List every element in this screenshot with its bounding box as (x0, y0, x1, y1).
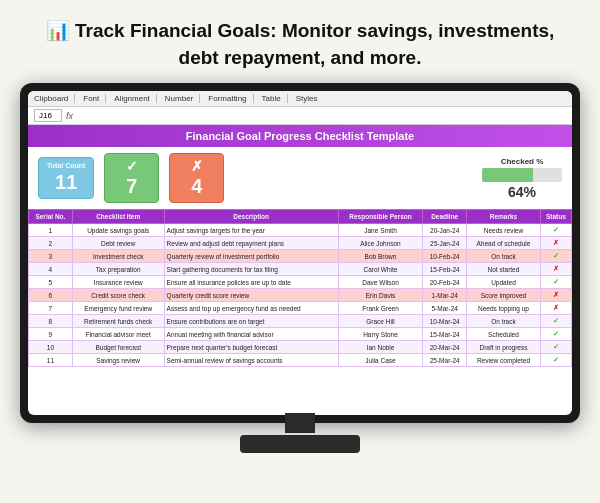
toolbar-number: Number (165, 94, 200, 103)
cell-person: Harry Stone (338, 328, 423, 341)
cell-reference[interactable]: J16 (34, 109, 62, 122)
cell-item: Financial advisor meet (72, 328, 164, 341)
check-icon: ✓ (126, 158, 138, 174)
unchecked-box: ✗ 4 (169, 153, 224, 203)
cell-person: Ian Noble (338, 341, 423, 354)
cell-status: ✗ (540, 263, 571, 276)
table-row: 11 Savings review Semi-annual review of … (29, 354, 572, 367)
formula-bar: J16 fx (28, 107, 572, 125)
spreadsheet-content: Financial Goal Progress Checklist Templa… (28, 125, 572, 415)
table-row: 3 Investment check Quarterly review of i… (29, 250, 572, 263)
cell-status: ✓ (540, 354, 571, 367)
cell-person: Jane Smith (338, 224, 423, 237)
monitor-stand-neck (285, 413, 315, 433)
cell-remarks: Needs topping up (467, 302, 541, 315)
monitor-body: Clipboard Font Alignment Number Formatti… (20, 83, 580, 423)
cell-status: ✓ (540, 341, 571, 354)
pct-value: 64% (508, 184, 536, 200)
cell-item: Update savings goals (72, 224, 164, 237)
toolbar-styles: Styles (296, 94, 324, 103)
cell-item: Emergency fund review (72, 302, 164, 315)
cell-deadline: 10-Mar-24 (423, 315, 467, 328)
table-header: Serial No. Checklist Item Description Re… (29, 210, 572, 224)
x-icon: ✗ (191, 158, 203, 174)
cell-item: Insurance review (72, 276, 164, 289)
table-row: 7 Emergency fund review Assess and top u… (29, 302, 572, 315)
cell-person: Grace Hill (338, 315, 423, 328)
cell-deadline: 10-Feb-24 (423, 250, 467, 263)
cell-status: ✓ (540, 224, 571, 237)
table-row: 5 Insurance review Ensure all insurance … (29, 276, 572, 289)
header-section: 📊 Track Financial Goals: Monitor savings… (0, 0, 600, 83)
table-row: 10 Budget forecast Prepare next quarter'… (29, 341, 572, 354)
table-row: 6 Credit score check Quarterly credit sc… (29, 289, 572, 302)
cell-desc: Annual meeting with financial advisor (164, 328, 338, 341)
table-row: 4 Tax preparation Start gathering docume… (29, 263, 572, 276)
cell-person: Carol White (338, 263, 423, 276)
cell-deadline: 20-Feb-24 (423, 276, 467, 289)
cell-serial: 5 (29, 276, 73, 289)
cell-status: ✗ (540, 237, 571, 250)
cell-serial: 2 (29, 237, 73, 250)
stats-row: Total Count 11 ✓ 7 ✗ 4 Checked % (28, 147, 572, 209)
sheet-title: Financial Goal Progress Checklist Templa… (28, 125, 572, 147)
cell-desc: Start gathering documents for tax filing (164, 263, 338, 276)
cell-serial: 11 (29, 354, 73, 367)
cell-status: ✓ (540, 250, 571, 263)
cell-desc: Semi-annual review of savings accounts (164, 354, 338, 367)
cell-person: Dave Wilson (338, 276, 423, 289)
cell-deadline: 25-Jan-24 (423, 237, 467, 250)
cell-desc: Adjust savings targets for the year (164, 224, 338, 237)
toolbar-formatting: Formatting (208, 94, 253, 103)
cell-item: Budget forecast (72, 341, 164, 354)
cell-deadline: 25-Mar-24 (423, 354, 467, 367)
toolbar-clipboard: Clipboard (34, 94, 75, 103)
cell-person: Bob Brown (338, 250, 423, 263)
cell-serial: 4 (29, 263, 73, 276)
checked-value: 7 (126, 175, 137, 198)
cell-deadline: 1-Mar-24 (423, 289, 467, 302)
total-count-box: Total Count 11 (38, 157, 94, 199)
col-serial: Serial No. (29, 210, 73, 224)
cell-desc: Assess and top up emergency fund as need… (164, 302, 338, 315)
pct-bar-wrap (482, 168, 562, 182)
cell-status: ✓ (540, 328, 571, 341)
cell-desc: Quarterly review of investment portfolio (164, 250, 338, 263)
cell-desc: Prepare next quarter's budget forecast (164, 341, 338, 354)
col-remarks: Remarks (467, 210, 541, 224)
table-row: 9 Financial advisor meet Annual meeting … (29, 328, 572, 341)
excel-toolbar: Clipboard Font Alignment Number Formatti… (28, 91, 572, 107)
cell-remarks: Ahead of schedule (467, 237, 541, 250)
col-person: Responsible Person (338, 210, 423, 224)
cell-remarks: On track (467, 315, 541, 328)
col-deadline: Deadline (423, 210, 467, 224)
pct-label: Checked % (501, 157, 544, 166)
cell-deadline: 5-Mar-24 (423, 302, 467, 315)
cell-deadline: 15-Mar-24 (423, 328, 467, 341)
cell-item: Tax preparation (72, 263, 164, 276)
table-row: 1 Update savings goals Adjust savings ta… (29, 224, 572, 237)
checked-pct-box: Checked % 64% (482, 157, 562, 200)
cell-desc: Review and adjust debt repayment plans (164, 237, 338, 250)
col-status: Status (540, 210, 571, 224)
cell-desc: Ensure all insurance policies are up to … (164, 276, 338, 289)
header-text: Track Financial Goals: Monitor savings, … (75, 20, 554, 68)
cell-status: ✗ (540, 289, 571, 302)
header-row: Serial No. Checklist Item Description Re… (29, 210, 572, 224)
cell-remarks: Updated (467, 276, 541, 289)
cell-serial: 3 (29, 250, 73, 263)
cell-item: Investment check (72, 250, 164, 263)
cell-item: Savings review (72, 354, 164, 367)
cell-status: ✓ (540, 276, 571, 289)
fx-label: fx (66, 111, 73, 121)
cell-person: Alice Johnson (338, 237, 423, 250)
data-table: Serial No. Checklist Item Description Re… (28, 209, 572, 367)
cell-item: Credit score check (72, 289, 164, 302)
header-icon: 📊 (46, 20, 70, 41)
toolbar-font: Font (83, 94, 106, 103)
cell-item: Retirement funds check (72, 315, 164, 328)
cell-desc: Ensure contributions are on target (164, 315, 338, 328)
cell-person: Julia Case (338, 354, 423, 367)
cell-remarks: Review completed (467, 354, 541, 367)
monitor: Clipboard Font Alignment Number Formatti… (20, 83, 580, 453)
